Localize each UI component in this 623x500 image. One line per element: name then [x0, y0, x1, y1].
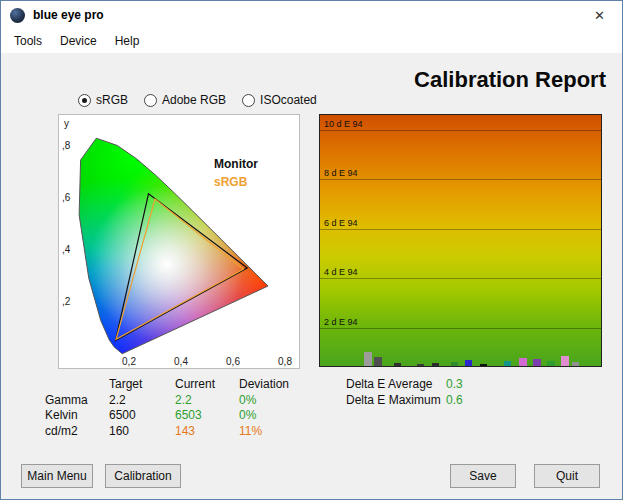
- delta-e-gridline: [320, 278, 601, 279]
- col-header-target: Target: [109, 377, 175, 393]
- kelvin-deviation: 0%: [239, 408, 311, 424]
- luminance-deviation: 11%: [239, 424, 311, 440]
- cie-gamut-svg: [59, 115, 299, 368]
- luminance-target: 160: [109, 424, 175, 440]
- x-axis-tick: 0,6: [226, 356, 240, 367]
- delta-e-maximum-value: 0.6: [446, 393, 486, 409]
- delta-e-bar: [374, 357, 382, 366]
- cie-chromaticity-diagram: y ,2 ,4 ,6 ,8 0,2 0,4 0,6 0,8 Monitor sR…: [58, 114, 300, 369]
- delta-e-bar: [533, 359, 541, 366]
- menu-item-help[interactable]: Help: [106, 30, 149, 52]
- delta-e-bar: [547, 361, 555, 366]
- y-axis-title: y: [64, 118, 69, 129]
- delta-e-axis-label: 8 d E 94: [324, 168, 358, 178]
- legend-srgb: sRGB: [214, 175, 247, 189]
- x-axis-tick: 0,2: [122, 356, 136, 367]
- menu-bar: Tools Device Help: [1, 29, 622, 53]
- x-axis-tick: 0,4: [174, 356, 188, 367]
- row-label-luminance: cd/m2: [45, 424, 109, 440]
- col-header-current: Current: [175, 377, 239, 393]
- luminance-current: 143: [175, 424, 239, 440]
- delta-e-bar: [394, 363, 401, 367]
- delta-e-gridline: [320, 130, 601, 131]
- radio-srgb-label: sRGB: [96, 93, 128, 107]
- delta-e-bar: [519, 358, 527, 366]
- kelvin-current: 6503: [175, 408, 239, 424]
- radio-unselected-icon: [144, 94, 157, 107]
- gamma-current: 2.2: [175, 393, 239, 409]
- page-title: Calibration Report: [414, 67, 606, 93]
- delta-e-bar: [465, 360, 472, 366]
- radio-srgb[interactable]: sRGB: [78, 93, 128, 107]
- y-axis-tick: ,4: [62, 244, 70, 255]
- menu-item-device[interactable]: Device: [51, 30, 106, 52]
- x-axis-tick: 0,8: [278, 356, 292, 367]
- save-button[interactable]: Save: [450, 464, 516, 488]
- delta-e-bar: [451, 362, 458, 367]
- delta-e-bar: [480, 364, 487, 366]
- delta-e-bar: [572, 362, 579, 366]
- results-table: Target Current Deviation Gamma 2.2 2.2 0…: [45, 377, 311, 439]
- main-menu-button[interactable]: Main Menu: [21, 464, 93, 488]
- radio-adobe-rgb-label: Adobe RGB: [162, 93, 226, 107]
- delta-e-bar: [364, 352, 372, 366]
- table-corner: [45, 377, 109, 393]
- delta-e-gridline: [320, 328, 601, 329]
- delta-e-gridline: [320, 229, 601, 230]
- delta-e-bar: [432, 363, 439, 366]
- radio-isocoated-label: ISOcoated: [260, 93, 317, 107]
- radio-adobe-rgb[interactable]: Adobe RGB: [144, 93, 226, 107]
- y-axis-tick: ,8: [62, 140, 70, 151]
- gamma-target: 2.2: [109, 393, 175, 409]
- y-axis-tick: ,6: [62, 192, 70, 203]
- delta-e-gridline: [320, 179, 601, 180]
- y-axis-tick: ,2: [62, 296, 70, 307]
- delta-e-axis-label: 10 d E 94: [324, 119, 363, 129]
- delta-e-chart: 10 d E 948 d E 946 d E 944 d E 942 d E 9…: [319, 114, 602, 367]
- quit-button[interactable]: Quit: [534, 464, 600, 488]
- row-label-gamma: Gamma: [45, 393, 109, 409]
- gamma-deviation: 0%: [239, 393, 311, 409]
- calibration-button[interactable]: Calibration: [105, 464, 181, 488]
- delta-e-maximum-label: Delta E Maximum: [346, 393, 446, 409]
- window-title: blue eye pro: [33, 8, 104, 22]
- delta-e-axis-label: 2 d E 94: [324, 317, 358, 327]
- delta-e-average-value: 0.3: [446, 377, 486, 393]
- gamut-radio-group: sRGB Adobe RGB ISOcoated: [78, 93, 317, 107]
- close-icon[interactable]: ✕: [577, 1, 622, 29]
- kelvin-target: 6500: [109, 408, 175, 424]
- app-window: blue eye pro ✕ Tools Device Help Calibra…: [0, 0, 623, 500]
- delta-e-average-label: Delta E Average: [346, 377, 446, 393]
- radio-unselected-icon: [242, 94, 255, 107]
- delta-e-bar: [417, 364, 424, 367]
- menu-item-tools[interactable]: Tools: [5, 30, 51, 52]
- legend-monitor: Monitor: [214, 157, 258, 171]
- radio-selected-icon: [78, 94, 91, 107]
- radio-isocoated[interactable]: ISOcoated: [242, 93, 317, 107]
- delta-e-bar: [504, 361, 511, 366]
- delta-e-axis-label: 6 d E 94: [324, 218, 358, 228]
- delta-e-summary: Delta E Average 0.3 Delta E Maximum 0.6: [346, 377, 486, 409]
- title-bar: blue eye pro ✕: [1, 1, 622, 29]
- delta-e-bar: [561, 356, 569, 366]
- delta-e-axis-label: 4 d E 94: [324, 267, 358, 277]
- app-icon: [10, 8, 25, 23]
- col-header-deviation: Deviation: [239, 377, 311, 393]
- row-label-kelvin: Kelvin: [45, 408, 109, 424]
